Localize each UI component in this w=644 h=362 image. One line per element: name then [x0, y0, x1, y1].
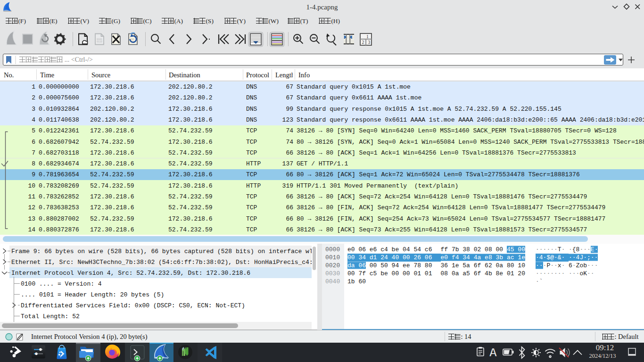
svg-text:2: 2 [362, 40, 364, 45]
svg-text:A: A [489, 346, 497, 359]
svg-text:3: 3 [368, 40, 371, 45]
svg-text:0110: 0110 [97, 41, 102, 43]
svg-text:1: 1 [366, 34, 369, 39]
